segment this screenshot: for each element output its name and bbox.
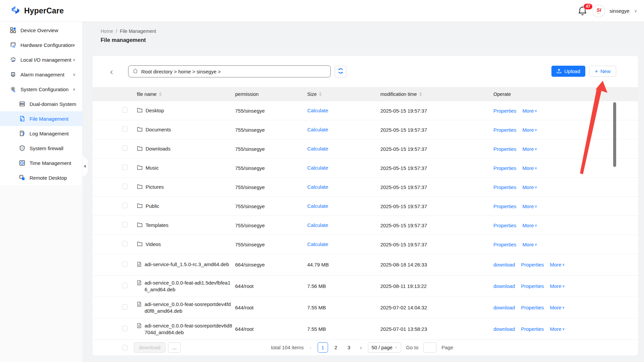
avatar[interactable]: SI ▪▪▪▪ xyxy=(593,5,605,17)
sidebar-item-remote-desktop[interactable]: Remote Desktop xyxy=(0,170,82,185)
row-checkbox[interactable] xyxy=(122,145,127,151)
user-menu-chevron-icon[interactable]: ∨ xyxy=(634,8,637,13)
row-checkbox[interactable] xyxy=(122,326,127,331)
row-checkbox[interactable] xyxy=(122,203,127,208)
refresh-button[interactable] xyxy=(335,66,346,77)
new-button[interactable]: + New xyxy=(589,66,616,77)
vertical-scrollbar-thumb[interactable] xyxy=(613,102,616,167)
properties-link[interactable]: Properties xyxy=(521,326,544,332)
row-checkbox[interactable] xyxy=(122,184,127,189)
calculate-link[interactable]: Calculate xyxy=(307,241,328,247)
more-link[interactable]: More∨ xyxy=(522,127,537,133)
more-link[interactable]: More∨ xyxy=(550,326,565,332)
folder-icon xyxy=(137,222,143,229)
breadcrumb-home[interactable]: Home xyxy=(101,28,113,34)
sidebar: Device Overview Hardware Configuration ∨… xyxy=(0,22,83,185)
row-checkbox[interactable] xyxy=(122,126,127,132)
row-checkbox[interactable] xyxy=(122,261,127,267)
page-button-2[interactable]: 2 xyxy=(331,342,341,353)
sidebar-item-device-overview[interactable]: Device Overview xyxy=(0,23,82,38)
bell-icon xyxy=(578,11,587,17)
sidebar-collapse-handle[interactable] xyxy=(83,155,88,177)
properties-link[interactable]: Properties xyxy=(493,165,516,171)
next-page-button[interactable]: › xyxy=(359,345,363,350)
path-text: Root directory > home > sinsegye > xyxy=(141,69,221,74)
calculate-link[interactable]: Calculate xyxy=(307,108,328,113)
size-value: 44.79 MB xyxy=(307,262,380,267)
properties-link[interactable]: Properties xyxy=(521,305,544,310)
table-row: Pictures 755/sinsegye Calculate 2025-05-… xyxy=(93,178,638,197)
row-checkbox[interactable] xyxy=(122,283,127,288)
more-link[interactable]: More∨ xyxy=(550,283,565,289)
more-link[interactable]: More∨ xyxy=(522,165,537,171)
calculate-link[interactable]: Calculate xyxy=(307,146,328,152)
calculate-link[interactable]: Calculate xyxy=(307,165,328,171)
footer-select-checkbox[interactable] xyxy=(122,345,127,350)
left-rail: Device Overview Hardware Configuration ∨… xyxy=(0,22,83,362)
more-link[interactable]: More∨ xyxy=(522,203,537,209)
sidebar-item-hardware-configuration[interactable]: Hardware Configuration ∨ xyxy=(0,38,82,52)
download-link[interactable]: download xyxy=(493,305,515,310)
more-link[interactable]: More∨ xyxy=(522,223,537,228)
properties-link[interactable]: Properties xyxy=(493,127,516,133)
row-checkbox[interactable] xyxy=(122,222,127,227)
select-chevron-icon: ∨ xyxy=(395,345,397,350)
properties-link[interactable]: Properties xyxy=(493,146,516,152)
more-link[interactable]: More∨ xyxy=(522,242,537,247)
row-checkbox[interactable] xyxy=(122,241,127,246)
io-icon xyxy=(10,57,16,63)
more-link[interactable]: More∨ xyxy=(550,305,565,310)
batch-more-button[interactable]: ... xyxy=(168,342,181,353)
calculate-link[interactable]: Calculate xyxy=(307,127,328,132)
firewall-icon xyxy=(19,145,25,151)
sort-modification-time[interactable] xyxy=(419,92,422,96)
sidebar-item-alarm-management[interactable]: Alarm management ∨ xyxy=(0,67,82,82)
sidebar-item-system-configuration[interactable]: System Configuration ∧ xyxy=(0,82,82,97)
sidebar-item-dual-domain-system[interactable]: Dual-domain System xyxy=(0,97,82,111)
file-name: Documents xyxy=(146,126,171,133)
properties-link[interactable]: Properties xyxy=(493,108,516,114)
sort-file-name[interactable] xyxy=(159,92,162,96)
row-checkbox[interactable] xyxy=(122,165,127,170)
properties-link[interactable]: Properties xyxy=(521,262,544,267)
file-name: Downloads xyxy=(146,145,170,152)
page-button-1[interactable]: 1 xyxy=(318,342,328,353)
batch-download-button[interactable]: download xyxy=(134,342,165,353)
properties-link[interactable]: Properties xyxy=(493,242,516,247)
pagination-bar: download ... total 104 items ‹ 123 › 50 … xyxy=(93,340,638,355)
sidebar-item-local-i-o-management[interactable]: Local I/O management ∨ xyxy=(0,52,82,67)
download-link[interactable]: download xyxy=(493,326,515,332)
properties-link[interactable]: Properties xyxy=(493,223,516,228)
notifications-button[interactable]: 47 xyxy=(578,6,588,16)
calculate-link[interactable]: Calculate xyxy=(307,222,328,228)
chevron-down-icon: ∨ xyxy=(535,128,537,132)
download-link[interactable]: download xyxy=(493,262,515,267)
sidebar-item-time-management[interactable]: Time Management xyxy=(0,156,82,170)
permission-value: 644/root xyxy=(235,305,307,310)
page-button-3[interactable]: 3 xyxy=(344,342,354,353)
remote-desktop-icon xyxy=(19,175,25,181)
permission-value: 755/sinsegye xyxy=(235,165,307,171)
more-link[interactable]: More∨ xyxy=(522,108,537,114)
row-checkbox[interactable] xyxy=(122,107,127,113)
sidebar-item-log-management[interactable]: Log Management xyxy=(0,126,82,141)
more-link[interactable]: More∨ xyxy=(522,146,537,152)
row-checkbox[interactable] xyxy=(122,304,127,310)
properties-link[interactable]: Properties xyxy=(521,283,544,289)
sort-size[interactable] xyxy=(319,92,322,96)
sidebar-item-file-management[interactable]: File Management xyxy=(0,111,82,126)
back-button[interactable]: ‹ xyxy=(110,68,113,75)
goto-page-input[interactable] xyxy=(423,342,436,353)
more-link[interactable]: More∨ xyxy=(522,184,537,190)
more-link[interactable]: More∨ xyxy=(550,262,565,267)
calculate-link[interactable]: Calculate xyxy=(307,184,328,190)
path-input[interactable]: Root directory > home > sinsegye > xyxy=(128,65,331,77)
upload-button[interactable]: Upload xyxy=(551,66,585,77)
properties-link[interactable]: Properties xyxy=(493,203,516,209)
properties-link[interactable]: Properties xyxy=(493,184,516,190)
calculate-link[interactable]: Calculate xyxy=(307,203,328,209)
prev-page-button[interactable]: ‹ xyxy=(309,345,313,350)
sidebar-item-system-firewall[interactable]: System firewall xyxy=(0,141,82,156)
download-link[interactable]: download xyxy=(493,283,515,289)
page-size-select[interactable]: 50 / page ∨ xyxy=(368,342,401,353)
